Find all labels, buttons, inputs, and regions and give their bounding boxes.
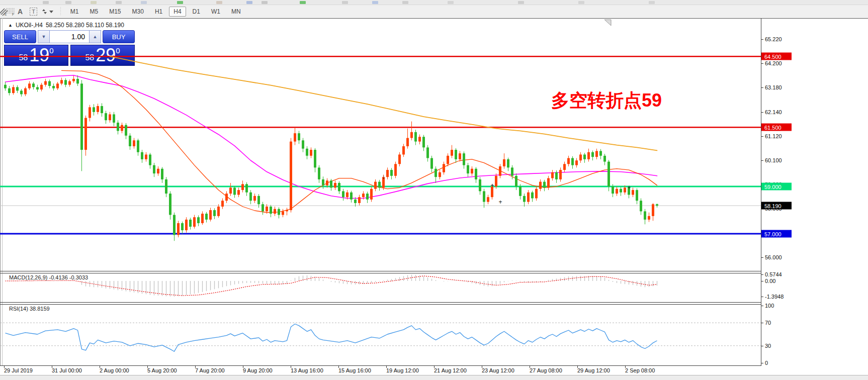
candle-body [32, 83, 35, 87]
candle-body [539, 182, 542, 189]
candle-body [652, 204, 654, 216]
panel-divider[interactable] [0, 304, 761, 305]
candle-body [624, 187, 626, 192]
candle-body [640, 201, 642, 211]
panel-divider[interactable] [0, 273, 761, 273]
toolbar-grip[interactable] [60, 7, 62, 16]
timeframe-button-m15[interactable]: M15 [105, 7, 125, 17]
candle-body [656, 204, 658, 206]
candle-body [599, 151, 602, 155]
candle-body [479, 179, 481, 192]
macd-label: MACD(12,26,9) -0.4136 -0.3033 [9, 274, 88, 280]
candle-body [262, 204, 264, 211]
price-axis-separator [761, 18, 761, 375]
candle-body [314, 150, 316, 167]
panel-divider[interactable] [0, 271, 761, 271]
trade-marker: ↓ [382, 173, 385, 180]
candle-body [229, 187, 232, 194]
candle-body [298, 133, 300, 140]
candle-body [406, 138, 409, 146]
candle-body [418, 137, 421, 141]
cropped-icon [649, 1, 655, 4]
cropped-icon [91, 1, 97, 4]
rsi-indicator-chart[interactable] [0, 304, 761, 366]
chart-shift-marker[interactable] [603, 19, 612, 26]
candle-body [338, 183, 340, 191]
text-box-icon[interactable]: T [28, 6, 39, 17]
timeframe-button-w1[interactable]: W1 [207, 7, 225, 17]
candle-body [595, 151, 598, 157]
rsi-axis-label: 100 [765, 303, 774, 309]
candle-body [68, 81, 71, 85]
candle-body [181, 223, 184, 230]
candle-body [583, 154, 586, 159]
panel-divider[interactable] [0, 302, 761, 303]
candle-body [447, 156, 449, 164]
candle-body [439, 172, 441, 177]
macd-indicator-chart[interactable] [0, 273, 761, 302]
candle-body [56, 83, 59, 88]
candle-body [334, 183, 336, 187]
candle-body [125, 125, 127, 136]
candle-body [173, 215, 176, 235]
candle-body [109, 114, 111, 120]
candle-body [117, 123, 119, 131]
candle-body [366, 194, 369, 200]
candle-body [346, 193, 349, 197]
cropped-icon [216, 1, 222, 4]
candle-body [547, 178, 550, 188]
candle-body [241, 184, 244, 190]
candle-body [40, 85, 43, 89]
candle-body [487, 197, 489, 202]
candle-body [374, 182, 377, 189]
candle-body [430, 158, 433, 169]
candle-body [559, 170, 562, 179]
candle-body [20, 90, 23, 94]
candle-body [330, 180, 332, 187]
timeframe-button-h1[interactable]: H1 [150, 7, 167, 17]
candle-body [567, 158, 570, 164]
price-badge-58.190: 58.190 [761, 202, 792, 210]
timeframe-button-d1[interactable]: D1 [188, 7, 205, 17]
candle-body [620, 189, 622, 193]
timeframe-button-m1[interactable]: M1 [66, 7, 83, 17]
arrows-dropdown-icon[interactable] [49, 6, 53, 17]
text-label-icon[interactable]: A [16, 6, 25, 17]
candle-body [390, 170, 393, 176]
candle-body [499, 166, 501, 176]
drawing-toolbar: E F A T M1M5M15M30H1H4D1W1MN [0, 5, 868, 19]
cropped-icon [448, 1, 454, 4]
candle-body [213, 210, 216, 216]
window-bottom-strip [0, 375, 868, 380]
time-axis-label: 31 Jul 00:00 [52, 367, 82, 373]
candle-body [306, 149, 308, 156]
time-axis-label: 5 Aug 20:00 [147, 367, 177, 373]
time-axis-label: 29 Jul 2019 [4, 367, 33, 373]
candle-body [101, 106, 103, 113]
fibonacci-icon[interactable]: F [9, 6, 13, 17]
candle-body [72, 79, 75, 81]
candlestick-chart[interactable]: ↓+++ [0, 18, 761, 271]
timeframe-button-h4[interactable]: H4 [169, 7, 186, 17]
candle-body [463, 153, 465, 165]
timeframe-button-m30[interactable]: M30 [128, 7, 148, 17]
timeframe-button-m5[interactable]: M5 [85, 7, 103, 17]
candle-body [459, 153, 461, 159]
candle-body [326, 180, 328, 185]
candle-body [402, 146, 405, 154]
candle-body [253, 196, 256, 201]
time-axis-label: 9 Aug 20:00 [243, 367, 273, 373]
candle-body [426, 147, 429, 158]
cropped-icon [402, 1, 408, 4]
price-axis-label: 64.200 [765, 60, 782, 66]
candle-body [28, 83, 31, 88]
timeframe-button-mn[interactable]: MN [227, 7, 245, 17]
candle-body [422, 137, 425, 147]
cropped-icon [372, 1, 378, 4]
candle-body [451, 150, 453, 156]
trade-marker: + [628, 184, 631, 191]
candle-body [225, 194, 228, 201]
price-badge-59.000: 59.000 [761, 183, 792, 191]
candle-body [455, 150, 457, 159]
arrows-tool-icon[interactable] [42, 6, 46, 17]
